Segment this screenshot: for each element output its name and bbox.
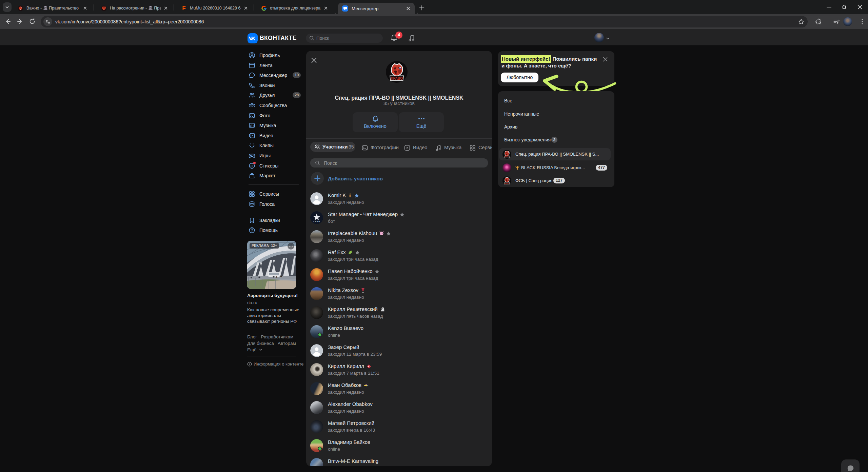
svg-text:STAR: STAR — [313, 220, 320, 222]
